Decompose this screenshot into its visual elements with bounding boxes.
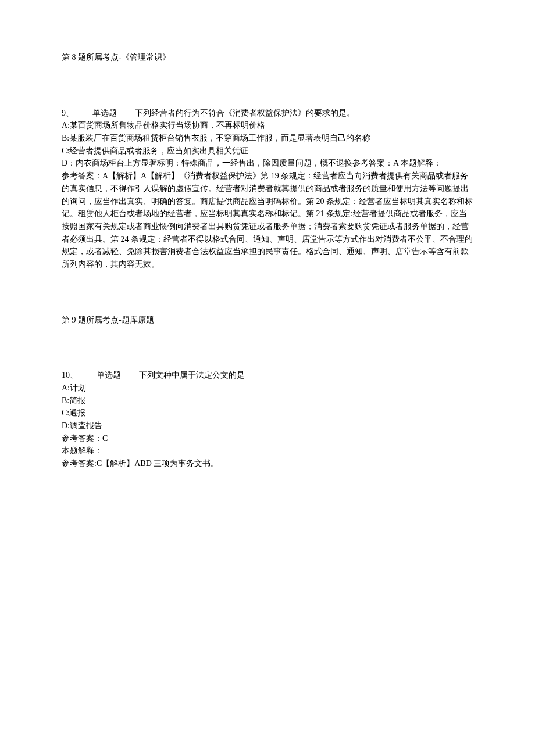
q9-type-label: 单选题 [92, 109, 117, 117]
q9-header-line: 9、 单选题 下列经营者的行为不符合《消费者权益保护法》的要求的是。 [62, 107, 473, 120]
q9-option-b: B:某服装厂在百货商场租赁柜台销售衣服，不穿商场工作服，而是显著表明自己的名称 [62, 132, 473, 145]
q9-number: 9、 [62, 109, 74, 117]
q9-option-d: D：内衣商场柜台上方显著标明：特殊商品，一经售出，除因质量问题，概不退换参考答案… [62, 157, 473, 170]
document-page: 第 8 题所属考点-《管理常识》 9、 单选题 下列经营者的行为不符合《消费者权… [0, 0, 535, 493]
question-9-block: 9、 单选题 下列经营者的行为不符合《消费者权益保护法》的要求的是。 A:某百货… [62, 107, 473, 271]
q9-stem: 下列经营者的行为不符合《消费者权益保护法》的要求的是。 [135, 109, 355, 117]
question-10-block: 10、 单选题 下列文种中属于法定公文的是 A:计划 B:简报 C:通报 D:调… [62, 369, 473, 470]
q9-option-a: A:某百货商场所售物品价格实行当场协商，不再标明价格 [62, 119, 473, 132]
q10-option-b: B:简报 [62, 395, 473, 407]
q9-option-c: C:经营者提供商品或者服务，应当如实出具相关凭证 [62, 145, 473, 157]
q10-option-a: A:计划 [62, 382, 473, 395]
q10-explanation: 参考答案:C【解析】ABD 三项为事务文书。 [62, 457, 473, 470]
q9-explanation: 参考答案：A【解析】A【解析】《消费者权益保护法》第 19 条规定：经营者应当向… [62, 170, 473, 271]
q10-type-label: 单选题 [97, 371, 121, 379]
q10-header-line: 10、 单选题 下列文种中属于法定公文的是 [62, 369, 473, 382]
q10-explain-label: 本题解释： [62, 445, 473, 457]
q10-answer-line: 参考答案：C [62, 432, 473, 445]
q10-option-c: C:通报 [62, 407, 473, 420]
q10-number: 10、 [62, 371, 78, 379]
q8-topic-line: 第 8 题所属考点-《管理常识》 [62, 51, 473, 64]
question-8-topic-block: 第 8 题所属考点-《管理常识》 [62, 51, 473, 64]
q9-topic-line: 第 9 题所属考点-题库原题 [62, 314, 473, 327]
q10-option-d: D:调查报告 [62, 420, 473, 432]
question-9-topic-block: 第 9 题所属考点-题库原题 [62, 314, 473, 327]
q10-stem: 下列文种中属于法定公文的是 [139, 371, 245, 379]
